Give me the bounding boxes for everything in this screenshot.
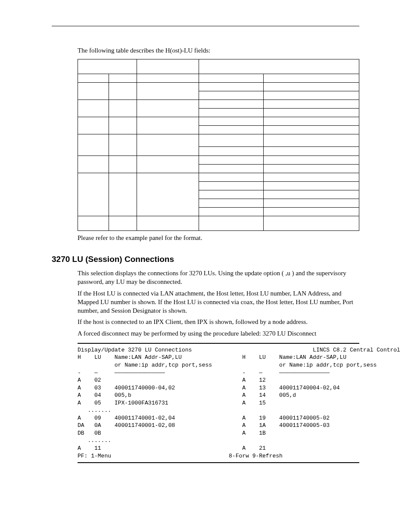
- paragraph-4: A forced disconnect may be performed by …: [78, 329, 359, 338]
- paragraph-1: This selection displays the connections …: [78, 269, 359, 286]
- terminal-panel: Display/Update 3270 LU Connections LINCS…: [78, 343, 359, 463]
- paragraph-2: If the Host LU is connected via LAN atta…: [78, 289, 359, 315]
- fields-table: [78, 59, 359, 231]
- after-table-text: Please refer to the example panel for th…: [78, 233, 359, 242]
- paragraph-3: If the host is connected to an IPX Clien…: [78, 317, 359, 326]
- page: The following table describes the H(ost)…: [0, 0, 411, 532]
- intro-text: The following table describes the H(ost)…: [78, 46, 359, 55]
- top-rule: [52, 26, 359, 26]
- section-heading: 3270 LU (Session) Connections: [52, 254, 359, 265]
- content-column: The following table describes the H(ost)…: [78, 46, 359, 463]
